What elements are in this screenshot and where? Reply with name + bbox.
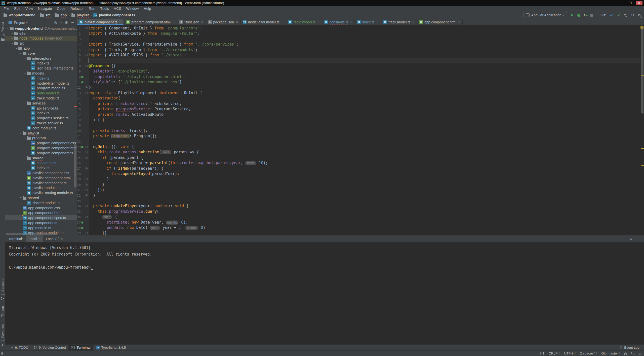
tree-row[interactable]: TSmodel-filter.model.ts (5, 81, 77, 86)
fold-marker-icon[interactable] (86, 216, 88, 218)
tab-tslint.json[interactable]: {}tslint.json× (177, 19, 206, 25)
tree-toggle-icon[interactable]: ▾ (23, 72, 27, 75)
breadcrumb-item[interactable]: TSplaylist.component.ts (93, 13, 135, 17)
line-number[interactable]: 36 (77, 214, 81, 220)
encoding-selector[interactable]: UTF-8▴▾ (564, 351, 576, 355)
fold-marker-icon[interactable] (86, 184, 88, 186)
toolwindow-button-typescript-3-4-5[interactable]: TSTypeScript 3.4.5 (93, 345, 129, 350)
event-log-button[interactable]: Event Log (620, 346, 644, 349)
close-icon[interactable]: × (317, 20, 319, 24)
menu-navigate[interactable]: Navigate (35, 6, 54, 11)
tree-toggle-icon[interactable]: ▾ (23, 57, 27, 60)
line-number[interactable]: 17 (77, 112, 81, 117)
tab-model-filter.model.ts[interactable]: TSmodel-filter.model.ts× (240, 19, 286, 25)
tree-row[interactable]: ▾playlist (5, 131, 77, 136)
fold-marker-icon[interactable] (86, 65, 88, 67)
fold-marker-icon[interactable] (86, 86, 88, 88)
tree-row[interactable]: ▸node_moduleslibrary root (5, 36, 77, 41)
coverage-button[interactable]: C (584, 13, 586, 17)
line-number[interactable]: 5 (77, 47, 81, 53)
git-update-button[interactable]: ↙ (610, 13, 613, 17)
run-config-selector[interactable]: Angular Application▾ (524, 12, 567, 18)
menu-window[interactable]: Window (124, 6, 141, 11)
menu-run[interactable]: Run (86, 6, 98, 11)
line-number[interactable]: 28 (77, 171, 81, 176)
caret-position[interactable]: 7:1 (540, 351, 544, 355)
tree-row[interactable]: TStracks.service.ts (5, 121, 77, 126)
tree-row[interactable]: ▸e2e (5, 31, 77, 36)
tree-scrollbar[interactable] (74, 144, 76, 188)
line-number[interactable]: 35 (77, 209, 81, 214)
tree-row[interactable]: TSprogram.model.ts (5, 86, 77, 91)
tree-row[interactable]: ▾services (5, 101, 77, 106)
tree-row[interactable]: TStrack.model.ts (5, 96, 77, 101)
run-button[interactable] (571, 14, 574, 17)
indent-selector[interactable]: 2 spaces*▴▾ (580, 351, 597, 355)
fold-marker-icon[interactable] (86, 232, 88, 234)
stripe-button-7-structure[interactable]: 7: Structure (0, 278, 5, 300)
tree-row[interactable]: cssprogram.component.css (5, 140, 77, 146)
tree-toggle-icon[interactable]: ▾ (19, 196, 23, 199)
tree-row[interactable]: TSconstants.ts (5, 161, 77, 166)
tree-row[interactable]: ▾interceptors (5, 56, 77, 61)
toolwindow-button-9-version-control[interactable]: 9: Version Control (31, 345, 68, 350)
tree-row[interactable]: ▾program (5, 136, 77, 141)
tree-row[interactable]: TSindex.ts (5, 111, 77, 116)
tree-row[interactable]: TSshared.module.ts (5, 200, 77, 205)
terminal-tab[interactable]: Local× (26, 235, 43, 242)
close-icon[interactable]: × (119, 20, 122, 24)
tree-row[interactable]: TSplaylist.component.ts (5, 181, 77, 186)
git-commit-button[interactable]: ✔ (617, 13, 620, 17)
fold-marker-icon[interactable] (86, 27, 88, 29)
line-number[interactable]: 38 (77, 225, 81, 230)
tree-row[interactable]: TScore.module.ts (5, 126, 77, 131)
tree-row[interactable]: TSplaylist-routing.module.ts (5, 190, 77, 195)
tree-toggle-icon[interactable]: ▾ (23, 137, 27, 139)
tree-row[interactable]: ▾shared (5, 195, 77, 200)
gear-icon[interactable]: ⚙ (629, 237, 633, 241)
tree-row[interactable]: TSapp.component.spec.ts (5, 215, 77, 220)
tree-toggle-icon[interactable]: ▾ (23, 157, 27, 159)
line-number[interactable]: 32 (77, 193, 81, 198)
tree-row[interactable]: ▾core (5, 51, 77, 56)
line-number[interactable]: 11 (77, 80, 81, 85)
line-number[interactable]: 7 (77, 58, 81, 63)
line-number[interactable]: 6 (77, 53, 81, 58)
line-number[interactable]: 2 (77, 31, 81, 36)
breadcrumb-item[interactable]: src (40, 13, 51, 17)
line-number[interactable]: 13 (77, 90, 81, 96)
tree-row[interactable]: TSindex.ts (5, 76, 77, 81)
breadcrumb-item[interactable]: playlist (71, 13, 89, 17)
menu-edit[interactable]: Edit (12, 6, 23, 11)
line-number[interactable]: 14 (77, 96, 81, 101)
close-icon[interactable]: × (201, 20, 203, 24)
tree-row[interactable]: ▾shared (5, 156, 77, 161)
line-number[interactable]: 30 (77, 182, 81, 187)
tree-row[interactable]: TSprograms.service.ts (5, 116, 77, 121)
tab-app.component.html[interactable]: Happ.component.html× (417, 19, 463, 25)
line-number[interactable]: 8 (77, 63, 81, 69)
maximize-button[interactable]: ❐ (628, 1, 632, 5)
stripe-button-1-project[interactable]: 1: Project (0, 22, 5, 41)
toolwindow-switcher-icon[interactable] (2, 352, 5, 355)
tree-toggle-icon[interactable]: ▾ (6, 27, 10, 30)
rollback-button[interactable]: ↺ (631, 13, 634, 17)
close-icon[interactable]: × (412, 20, 414, 24)
stop-button[interactable] (590, 14, 593, 17)
line-number[interactable]: 34 (77, 203, 81, 209)
line-ending-selector[interactable]: CRLF▴▾ (549, 351, 560, 355)
related-file-icon[interactable] (81, 226, 85, 229)
line-number[interactable]: 25 (77, 155, 81, 160)
collapse-all-icon[interactable]: ▴▾ (61, 21, 62, 24)
line-number[interactable]: 16 (77, 106, 81, 112)
tab-package.json[interactable]: {}package.json× (206, 19, 240, 25)
line-number[interactable]: 24 (77, 150, 81, 155)
line-number[interactable]: 27 (77, 166, 81, 171)
project-panel-title[interactable]: Project (14, 21, 25, 25)
menu-view[interactable]: View (23, 6, 35, 11)
line-number[interactable]: 37 (77, 220, 81, 225)
line-number[interactable]: 22 (77, 139, 81, 144)
close-icon[interactable]: × (350, 20, 352, 24)
warning-stripe-mark[interactable] (641, 148, 644, 149)
related-file-icon[interactable] (81, 80, 85, 84)
